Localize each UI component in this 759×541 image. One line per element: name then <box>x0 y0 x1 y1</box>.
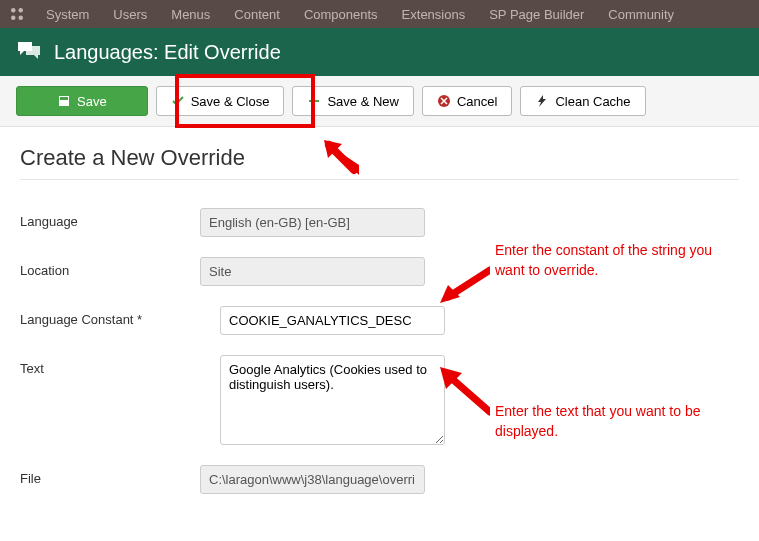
language-field <box>200 208 425 237</box>
header-bar: Languages: Edit Override <box>0 28 759 76</box>
svg-marker-7 <box>440 285 460 303</box>
clean-cache-button[interactable]: Clean Cache <box>520 86 645 116</box>
bolt-icon <box>535 94 549 108</box>
menu-item-extensions[interactable]: Extensions <box>390 7 478 22</box>
joomla-icon <box>8 5 26 23</box>
save-close-button-label: Save & Close <box>191 94 270 109</box>
menu-item-content[interactable]: Content <box>222 7 292 22</box>
plus-icon <box>307 94 321 108</box>
menu-item-system[interactable]: System <box>34 7 101 22</box>
svg-point-1 <box>19 8 24 13</box>
save-new-button-label: Save & New <box>327 94 399 109</box>
svg-point-0 <box>11 8 16 13</box>
save-button-label: Save <box>77 94 107 109</box>
text-input[interactable] <box>220 355 445 445</box>
menu-item-users[interactable]: Users <box>101 7 159 22</box>
svg-rect-4 <box>61 97 67 100</box>
save-new-button[interactable]: Save & New <box>292 86 414 116</box>
clean-cache-button-label: Clean Cache <box>555 94 630 109</box>
file-label: File <box>20 465 200 486</box>
language-constant-input[interactable] <box>220 306 445 335</box>
divider <box>20 179 739 180</box>
menu-item-sp-page-builder[interactable]: SP Page Builder <box>477 7 596 22</box>
toolbar: Save Save & Close Save & New Cancel Clea… <box>0 76 759 127</box>
speech-bubbles-icon <box>16 40 42 65</box>
apply-icon <box>57 94 71 108</box>
text-label: Text <box>20 355 200 376</box>
cancel-button-label: Cancel <box>457 94 497 109</box>
top-menu: System Users Menus Content Components Ex… <box>0 0 759 28</box>
constant-label: Language Constant * <box>20 306 200 327</box>
page-title: Create a New Override <box>20 145 739 171</box>
save-close-button[interactable]: Save & Close <box>156 86 285 116</box>
location-field <box>200 257 425 286</box>
menu-item-components[interactable]: Components <box>292 7 390 22</box>
language-label: Language <box>20 208 200 229</box>
content-area: Create a New Override Language Location … <box>0 127 759 532</box>
menu-item-menus[interactable]: Menus <box>159 7 222 22</box>
file-field <box>200 465 425 494</box>
cancel-icon <box>437 94 451 108</box>
location-label: Location <box>20 257 200 278</box>
cancel-button[interactable]: Cancel <box>422 86 512 116</box>
check-icon <box>171 94 185 108</box>
menu-item-community[interactable]: Community <box>596 7 686 22</box>
save-button[interactable]: Save <box>16 86 148 116</box>
page-header-title: Languages: Edit Override <box>54 41 281 64</box>
svg-point-2 <box>11 16 16 21</box>
svg-point-3 <box>19 16 24 21</box>
